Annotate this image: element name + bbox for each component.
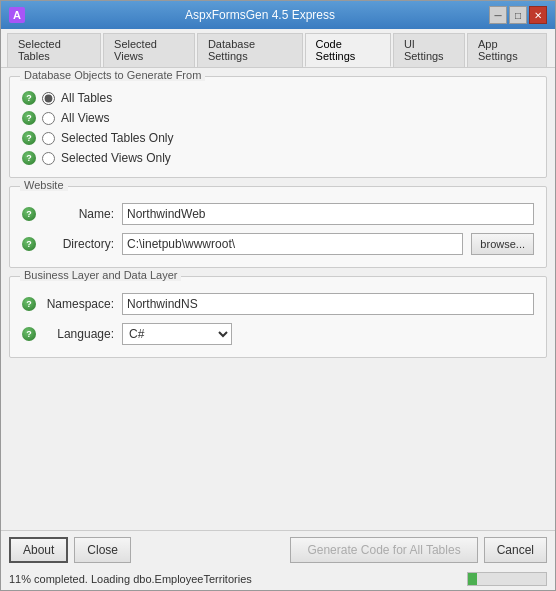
help-icon-namespace[interactable]: ? <box>22 297 36 311</box>
directory-input[interactable] <box>122 233 463 255</box>
browse-button[interactable]: browse... <box>471 233 534 255</box>
radio-selected-tables-only[interactable] <box>42 132 55 145</box>
directory-field-row: ? Directory: browse... <box>22 233 534 255</box>
selected-tables-only-row: ? Selected Tables Only <box>22 131 534 145</box>
name-input[interactable] <box>122 203 534 225</box>
name-label: Name: <box>44 207 114 221</box>
db-objects-group-label: Database Objects to Generate From <box>20 69 205 81</box>
radio-all-tables[interactable] <box>42 92 55 105</box>
radio-all-views[interactable] <box>42 112 55 125</box>
close-dialog-button[interactable]: Close <box>74 537 131 563</box>
help-icon-name[interactable]: ? <box>22 207 36 221</box>
close-button[interactable]: ✕ <box>529 6 547 24</box>
window-controls: ─ □ ✕ <box>489 6 547 24</box>
about-button[interactable]: About <box>9 537 68 563</box>
language-field-row: ? Language: C# VB.NET <box>22 323 534 345</box>
tab-app-settings[interactable]: App Settings <box>467 33 547 67</box>
tab-selected-views[interactable]: Selected Views <box>103 33 195 67</box>
db-objects-group: Database Objects to Generate From ? All … <box>9 76 547 178</box>
tab-ui-settings[interactable]: UI Settings <box>393 33 465 67</box>
directory-label: Directory: <box>44 237 114 251</box>
title-bar: A AspxFormsGen 4.5 Express ─ □ ✕ <box>1 1 555 29</box>
tab-database-settings[interactable]: Database Settings <box>197 33 303 67</box>
language-label: Language: <box>44 327 114 341</box>
help-icon-all-tables[interactable]: ? <box>22 91 36 105</box>
tab-selected-tables[interactable]: Selected Tables <box>7 33 101 67</box>
radio-selected-views-only[interactable] <box>42 152 55 165</box>
app-icon: A <box>9 7 25 23</box>
business-layer-group: Business Layer and Data Layer ? Namespac… <box>9 276 547 358</box>
progress-fill <box>468 573 477 585</box>
all-views-row: ? All Views <box>22 111 534 125</box>
help-icon-directory[interactable]: ? <box>22 237 36 251</box>
status-bar: 11% completed. Loading dbo.EmployeeTerri… <box>1 569 555 590</box>
progress-bar-container <box>467 572 547 586</box>
all-tables-row: ? All Tables <box>22 91 534 105</box>
maximize-button[interactable]: □ <box>509 6 527 24</box>
all-tables-label: All Tables <box>61 91 112 105</box>
help-icon-selected-views[interactable]: ? <box>22 151 36 165</box>
business-layer-group-label: Business Layer and Data Layer <box>20 269 181 281</box>
main-content: Database Objects to Generate From ? All … <box>1 68 555 530</box>
namespace-input[interactable] <box>122 293 534 315</box>
minimize-button[interactable]: ─ <box>489 6 507 24</box>
website-group: Website ? Name: ? Directory: browse... <box>9 186 547 268</box>
namespace-field-row: ? Namespace: <box>22 293 534 315</box>
help-icon-all-views[interactable]: ? <box>22 111 36 125</box>
selected-views-only-label: Selected Views Only <box>61 151 171 165</box>
help-icon-language[interactable]: ? <box>22 327 36 341</box>
selected-views-only-row: ? Selected Views Only <box>22 151 534 165</box>
window-title: AspxFormsGen 4.5 Express <box>31 8 489 22</box>
tab-code-settings[interactable]: Code Settings <box>305 33 391 67</box>
main-window: A AspxFormsGen 4.5 Express ─ □ ✕ Selecte… <box>0 0 556 591</box>
tabs-bar: Selected Tables Selected Views Database … <box>1 29 555 68</box>
status-text: 11% completed. Loading dbo.EmployeeTerri… <box>9 573 252 585</box>
cancel-button[interactable]: Cancel <box>484 537 547 563</box>
all-views-label: All Views <box>61 111 109 125</box>
namespace-label: Namespace: <box>44 297 114 311</box>
help-icon-selected-tables[interactable]: ? <box>22 131 36 145</box>
language-select[interactable]: C# VB.NET <box>122 323 232 345</box>
selected-tables-only-label: Selected Tables Only <box>61 131 174 145</box>
generate-button[interactable]: Generate Code for All Tables <box>290 537 477 563</box>
name-field-row: ? Name: <box>22 203 534 225</box>
bottom-bar: About Close Generate Code for All Tables… <box>1 530 555 569</box>
website-group-label: Website <box>20 179 68 191</box>
